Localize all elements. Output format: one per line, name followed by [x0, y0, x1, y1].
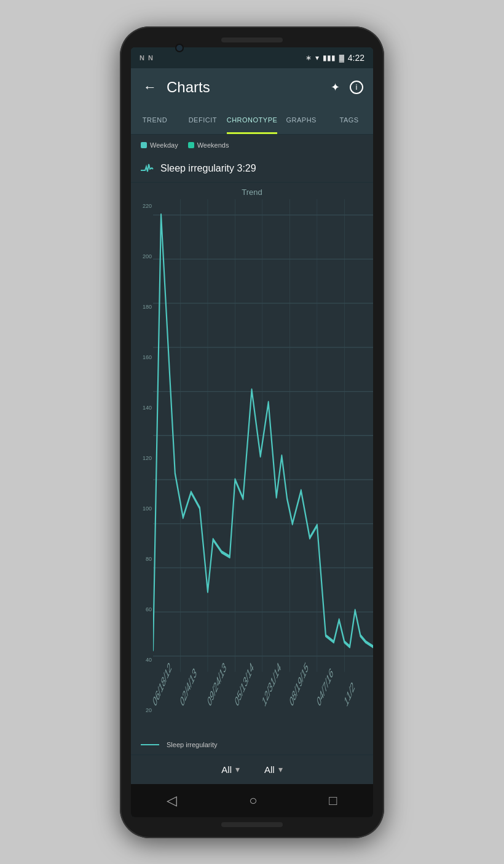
- filter-bar: All ▾ All ▾: [131, 755, 373, 784]
- status-bar: N N ∗ ▾ ▮▮▮ ▓ 4:22: [131, 47, 373, 68]
- filter-arrow-1: ▾: [235, 764, 240, 774]
- chart-title: Trend: [131, 188, 373, 197]
- svg-text:08/19/15: 08/19/15: [288, 659, 310, 709]
- status-right: ∗ ▾ ▮▮▮ ▓ 4:22: [305, 53, 364, 63]
- filter-arrow-2: ▾: [278, 764, 283, 774]
- phone-speaker-bottom: [221, 822, 283, 827]
- tab-graphs[interactable]: GRAPHS: [277, 106, 325, 134]
- chart-area: Trend 220 200 180 160 140 120 100 80 60 …: [131, 183, 373, 784]
- tabs-bar: TREND DEFICIT CHRONOTYPE GRAPHS TAGS: [131, 106, 373, 135]
- irregularity-row: Sleep irregularity 3:29: [131, 156, 373, 183]
- svg-text:09/24/13: 09/24/13: [207, 659, 228, 709]
- chart-line: [153, 215, 373, 649]
- legend-weekends-dot: [188, 142, 194, 148]
- legend-weekends: Weekends: [188, 141, 229, 149]
- nav-bar: ◁ ○ □: [131, 784, 373, 817]
- chart-legend-line: [141, 744, 159, 745]
- wifi-icon: ▾: [315, 54, 319, 62]
- back-button[interactable]: ←: [141, 77, 159, 98]
- svg-text:04/7/16: 04/7/16: [315, 664, 334, 709]
- info-icon[interactable]: i: [350, 81, 363, 94]
- svg-text:05/13/14: 05/13/14: [234, 659, 255, 709]
- legend-weekends-label: Weekends: [197, 141, 229, 149]
- svg-text:02/4/13: 02/4/13: [179, 664, 198, 709]
- tab-tags[interactable]: TAGS: [325, 106, 373, 134]
- irregularity-text: Sleep irregularity 3:29: [160, 163, 256, 174]
- legend-weekday-label: Weekday: [150, 141, 178, 149]
- chart-wrapper: 220 200 180 160 140 120 100 80 60 40 20: [131, 199, 373, 735]
- phone-frame: N N ∗ ▾ ▮▮▮ ▓ 4:22 ← Charts ✦ i TREND DE…: [120, 26, 384, 838]
- notif-icon-2: N: [148, 54, 153, 61]
- chart-svg: 06/18/12 02/4/13 09/24/13 05/13/14 12/31…: [153, 199, 373, 735]
- filter-label-1: All: [221, 764, 232, 775]
- filter-label-2: All: [264, 764, 275, 775]
- share-icon[interactable]: ✦: [331, 81, 340, 94]
- filter-all-1[interactable]: All ▾: [221, 764, 240, 775]
- tab-chronotype[interactable]: CHRONOTYPE: [227, 106, 278, 134]
- svg-text:11/2: 11/2: [343, 678, 356, 709]
- top-action-icons: ✦ i: [331, 81, 363, 94]
- legend-weekday: Weekday: [141, 141, 178, 149]
- svg-text:12/31/14: 12/31/14: [261, 659, 282, 709]
- phone-screen: N N ∗ ▾ ▮▮▮ ▓ 4:22 ← Charts ✦ i TREND DE…: [131, 47, 373, 817]
- signal-icon: ▮▮▮: [323, 54, 336, 62]
- status-notifications: N N: [140, 54, 153, 61]
- nav-home-button[interactable]: ○: [237, 788, 269, 814]
- status-time: 4:22: [348, 53, 364, 63]
- filter-all-2[interactable]: All ▾: [264, 764, 283, 775]
- tab-deficit[interactable]: DEFICIT: [179, 106, 227, 134]
- legend-weekday-dot: [141, 142, 147, 148]
- bluetooth-icon: ∗: [305, 54, 312, 62]
- battery-icon: ▓: [339, 54, 344, 61]
- chart-legend-text: Sleep irregularity: [167, 741, 218, 748]
- tab-trend[interactable]: TREND: [131, 106, 179, 134]
- phone-camera: [175, 44, 184, 52]
- chart-legend: Sleep irregularity: [131, 735, 373, 755]
- phone-speaker-top: [221, 38, 283, 42]
- top-bar: ← Charts ✦ i: [131, 68, 373, 106]
- legend-bar: Weekday Weekends: [131, 135, 373, 156]
- svg-text:06/18/12: 06/18/12: [153, 659, 173, 709]
- notif-icon-1: N: [140, 54, 144, 61]
- irregularity-icon: [141, 162, 154, 176]
- page-title: Charts: [167, 79, 323, 96]
- nav-back-button[interactable]: ◁: [154, 788, 189, 814]
- nav-recent-button[interactable]: □: [317, 788, 349, 814]
